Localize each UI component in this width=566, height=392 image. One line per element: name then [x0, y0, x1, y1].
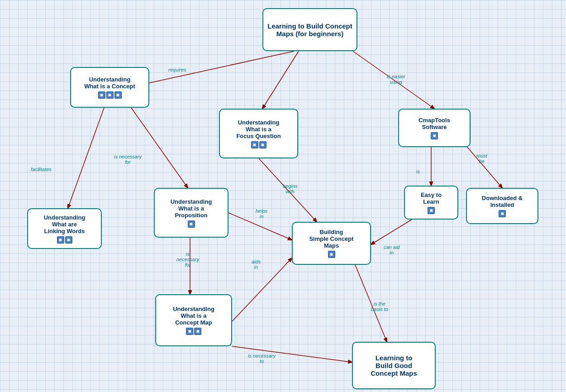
svg-line-4: [68, 108, 104, 208]
link-easier-using: is easierusing: [387, 74, 405, 85]
svg-line-10: [371, 220, 412, 244]
node-downloaded[interactable]: Downloaded &Installed ▦: [466, 188, 538, 224]
link-basis-to: is thebasis to: [371, 301, 388, 312]
link-necessary-to: is necessaryto: [248, 353, 276, 364]
link-begins-with: beginswith: [283, 183, 297, 194]
node-concept-map[interactable]: UnderstandingWhat is aConcept Map ▦ ▦: [155, 294, 232, 346]
svg-line-2: [262, 51, 299, 109]
node-proposition-icons: ▦: [188, 220, 195, 228]
icon-dl1: ▦: [499, 210, 506, 217]
link-must-be: mustbe: [476, 153, 487, 164]
icon-focus1: ▦: [251, 141, 258, 148]
link-aids-in: aidsin: [252, 259, 261, 270]
icon-doc2: ▦: [106, 91, 114, 99]
node-focus-icons: ▦ ▦: [251, 141, 266, 148]
node-cmaptools-icons: ▦: [431, 132, 438, 139]
link-is: is: [416, 169, 420, 174]
icon-link2: ▦: [65, 236, 72, 244]
icon-cmap-m2: ▦: [194, 328, 201, 335]
link-facilitates: facilitates: [31, 167, 52, 172]
node-linking-label: UnderstandingWhat areLinking Words: [44, 214, 86, 234]
node-easy-icons: ▦: [428, 207, 435, 214]
svg-line-9: [461, 140, 502, 188]
node-concept-map-label: UnderstandingWhat is aConcept Map: [173, 306, 214, 326]
node-concept-label: UnderstandingWhat is a Concept: [84, 76, 135, 90]
svg-line-5: [131, 108, 188, 188]
node-easy-label: Easy toLearn: [421, 191, 442, 205]
icon-doc1: ▦: [98, 91, 105, 99]
node-linking-icons: ▦ ▦: [57, 236, 72, 244]
node-cmaptools[interactable]: CmapToolsSoftware ▦: [398, 109, 471, 147]
node-building-icons: ▦: [328, 251, 335, 258]
icon-doc3: ▦: [114, 91, 122, 99]
link-helps-in: helpsin: [256, 208, 267, 219]
icon-link1: ▦: [57, 236, 64, 244]
svg-line-12: [232, 258, 292, 321]
link-requires: requires: [168, 67, 186, 72]
node-easy[interactable]: Easy toLearn ▦: [404, 186, 458, 220]
link-necessary-for-2: isnecessaryfor: [176, 251, 199, 268]
svg-line-1: [129, 51, 294, 87]
link-necessary-for-1: is necessaryfor: [114, 154, 142, 165]
node-concept[interactable]: UnderstandingWhat is a Concept ▦ ▦ ▦: [70, 67, 149, 108]
node-building[interactable]: BuildingSimple ConceptMaps ▦: [292, 222, 371, 265]
icon-cmap1: ▦: [431, 132, 438, 139]
node-proposition[interactable]: UnderstandingWhat is aProposition ▦: [154, 188, 228, 238]
icon-prop1: ▦: [188, 220, 195, 228]
node-downloaded-label: Downloaded &Installed: [482, 195, 523, 208]
node-concept-map-icons: ▦ ▦: [186, 328, 201, 335]
node-good-concept[interactable]: Learning toBuild GoodConcept Maps: [352, 342, 436, 389]
node-downloaded-icons: ▦: [499, 210, 506, 217]
node-linking[interactable]: UnderstandingWhat areLinking Words ▦ ▦: [27, 208, 102, 249]
node-proposition-label: UnderstandingWhat is aProposition: [171, 198, 212, 219]
icon-build1: ▦: [328, 251, 335, 258]
icon-cmap-m1: ▦: [186, 328, 193, 335]
node-concept-icons: ▦ ▦ ▦: [98, 91, 122, 99]
node-root-label: Learning to Build Concept Maps (for begi…: [267, 22, 353, 38]
link-can-aid-in: can aidin: [384, 244, 400, 255]
node-building-label: BuildingSimple ConceptMaps: [309, 229, 353, 249]
node-root[interactable]: Learning to Build Concept Maps (for begi…: [262, 8, 357, 51]
node-good-concept-label: Learning toBuild GoodConcept Maps: [371, 354, 417, 377]
node-focus[interactable]: UnderstandingWhat is aFocus Question ▦ ▦: [219, 109, 298, 158]
node-cmaptools-label: CmapToolsSoftware: [419, 117, 450, 130]
node-focus-label: UnderstandingWhat is aFocus Question: [236, 119, 281, 139]
icon-focus2: ▦: [259, 141, 266, 148]
icon-easy1: ▦: [428, 207, 435, 214]
